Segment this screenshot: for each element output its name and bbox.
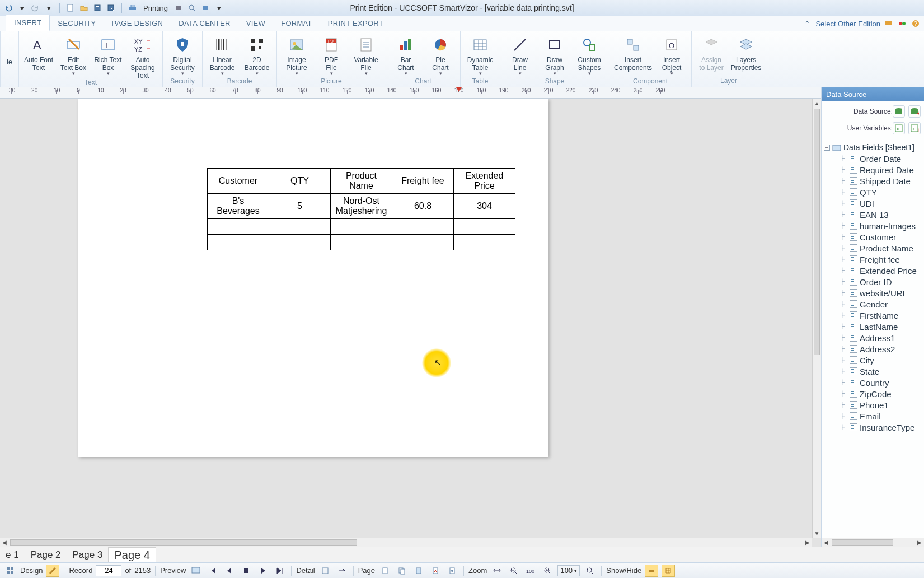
field-item[interactable]: ⊦human-Images	[839, 220, 924, 231]
table-header[interactable]: Freight fee	[392, 169, 454, 194]
zoom-out-icon[interactable]	[507, 565, 520, 577]
zoom-search-icon[interactable]	[583, 565, 597, 577]
auto-spacing-text-button[interactable]: XYYZAuto Spacing Text	[126, 34, 159, 80]
sb-grid-icon[interactable]	[3, 565, 17, 577]
field-item[interactable]: ⊦LastName	[839, 321, 924, 332]
field-item[interactable]: ⊦Required Date	[839, 164, 924, 175]
table-cell[interactable]: 60.8	[392, 194, 454, 219]
panel-scroll-left-icon[interactable]: ◀	[822, 539, 831, 546]
design-surface[interactable]: CustomerQTYProduct NameFreight feeExtend…	[0, 99, 812, 538]
field-item[interactable]: ⊦InsuranceType	[839, 422, 924, 433]
table-cell[interactable]: 304	[454, 194, 515, 219]
datasource-add-icon[interactable]: +	[908, 105, 921, 118]
qat-customize-icon[interactable]: ▾	[214, 3, 224, 13]
btn-le[interactable]: le	[4, 34, 15, 66]
page-canvas[interactable]: CustomerQTYProduct NameFreight feeExtend…	[78, 99, 548, 457]
undo-drop-icon[interactable]: ▾	[17, 3, 27, 13]
field-item[interactable]: ⊦QTY	[839, 187, 924, 198]
table-cell[interactable]	[269, 235, 331, 250]
image-picture-button[interactable]: Image Picture	[280, 34, 313, 76]
page-tab-3[interactable]: Page 3	[67, 547, 109, 562]
uservar-edit-icon[interactable]: x	[893, 122, 905, 134]
table-row[interactable]	[208, 235, 515, 250]
detail-goto-icon[interactable]	[335, 565, 349, 577]
panel-hscroll[interactable]: ◀ ▶	[822, 538, 924, 547]
field-item[interactable]: ⊦Freight fee	[839, 254, 924, 265]
uservar-add-icon[interactable]: x+	[908, 122, 921, 134]
collapse-icon[interactable]: −	[824, 144, 830, 151]
draw-line-button[interactable]: Draw Line	[504, 34, 536, 76]
save-as-icon[interactable]	[106, 3, 116, 13]
table-cell[interactable]	[208, 235, 269, 250]
field-item[interactable]: ⊦Customer	[839, 231, 924, 243]
page-tab-4[interactable]: Page 4	[109, 547, 156, 562]
insert-object-button[interactable]: OInsert Object	[655, 34, 688, 76]
hscroll-thumb[interactable]	[10, 539, 357, 546]
field-item[interactable]: ⊦website/URL	[839, 287, 924, 299]
printing-icon[interactable]	[128, 3, 138, 13]
field-item[interactable]: ⊦FirstName	[839, 310, 924, 321]
linear-barcode-button[interactable]: Linear Barcode	[206, 34, 238, 76]
layers-properties-button[interactable]: Layers Properties	[730, 34, 762, 72]
print-setup-icon[interactable]	[173, 3, 184, 13]
minimize-ribbon-icon[interactable]: ⌃	[802, 18, 812, 29]
tree-root[interactable]: − Data Fields [Sheet1]	[824, 142, 924, 153]
table-cell[interactable]	[454, 235, 515, 250]
undo-icon[interactable]	[3, 3, 13, 13]
dynamic-table-button[interactable]: Dynamic Table	[464, 34, 496, 76]
field-item[interactable]: ⊦Order Date	[839, 153, 924, 164]
scroll-down-icon[interactable]: ▼	[813, 529, 821, 538]
open-doc-icon[interactable]	[79, 3, 89, 13]
tab-print-export[interactable]: PRINT EXPORT	[320, 16, 391, 31]
redo-drop-icon[interactable]: ▾	[44, 3, 54, 13]
pdf-file-button[interactable]: PDFPDF File	[315, 34, 348, 76]
nav-first-icon[interactable]	[206, 565, 219, 577]
insert-components-button[interactable]: Insert Components	[613, 34, 653, 72]
nav-next-icon[interactable]	[256, 565, 270, 577]
tab-insert[interactable]: INSERT	[6, 15, 50, 31]
custom-shapes-button[interactable]: Custom Shapes	[573, 34, 606, 76]
table-cell[interactable]	[454, 219, 515, 235]
field-item[interactable]: ⊦Phone1	[839, 399, 924, 411]
page-delete-icon[interactable]	[429, 565, 442, 577]
tab-page-design[interactable]: PAGE DESIGN	[104, 16, 171, 31]
variable-file-button[interactable]: Variable File	[350, 34, 382, 76]
printing-label[interactable]: Printing	[143, 4, 168, 12]
edition-print-icon[interactable]	[884, 18, 894, 29]
data-table[interactable]: CustomerQTYProduct NameFreight feeExtend…	[207, 168, 515, 250]
field-item[interactable]: ⊦Gender	[839, 299, 924, 310]
preview-screen-icon[interactable]	[189, 565, 203, 577]
2d-barcode-button[interactable]: 2D Barcode	[241, 34, 273, 76]
panel-hscroll-thumb[interactable]	[832, 539, 893, 546]
assign-to-layer-button[interactable]: Assign to Layer	[695, 34, 728, 72]
page-tab-1[interactable]: e 1	[0, 547, 25, 562]
zoom-fit-icon[interactable]	[490, 565, 504, 577]
tab-security[interactable]: SECURITY	[50, 16, 104, 31]
table-cell[interactable]: B's Beverages	[208, 194, 269, 219]
table-cell[interactable]	[269, 219, 331, 235]
field-item[interactable]: ⊦EAN 13	[839, 209, 924, 220]
table-row[interactable]	[208, 219, 515, 235]
field-item[interactable]: ⊦Country	[839, 377, 924, 388]
table-cell[interactable]	[331, 219, 392, 235]
scroll-left-icon[interactable]: ◀	[0, 538, 9, 547]
design-toggle-button[interactable]	[46, 565, 59, 577]
table-cell[interactable]: Nord-Ost Matjeshering	[331, 194, 392, 219]
horizontal-ruler[interactable]: -30-20-100102030405060708090100110120130…	[0, 87, 821, 99]
scroll-up-icon[interactable]: ▲	[813, 99, 821, 108]
detail-view-icon[interactable]	[318, 565, 332, 577]
save-icon[interactable]	[92, 3, 102, 13]
field-item[interactable]: ⊦Address2	[839, 343, 924, 355]
edition-color-icon[interactable]	[897, 18, 907, 29]
pie-chart-button[interactable]: Pie Chart	[424, 34, 457, 76]
vertical-scrollbar[interactable]: ▲ ▼	[812, 99, 821, 538]
nav-last-icon[interactable]	[273, 565, 287, 577]
page-tab-2[interactable]: Page 2	[25, 547, 67, 562]
vscroll-thumb[interactable]	[814, 109, 820, 355]
tab-view[interactable]: VIEW	[238, 16, 273, 31]
zoom-100-icon[interactable]: 100	[524, 565, 537, 577]
nav-stop-icon[interactable]	[240, 565, 253, 577]
field-item[interactable]: ⊦Product Name	[839, 243, 924, 254]
field-item[interactable]: ⊦Email	[839, 411, 924, 422]
field-item[interactable]: ⊦ZipCode	[839, 388, 924, 399]
